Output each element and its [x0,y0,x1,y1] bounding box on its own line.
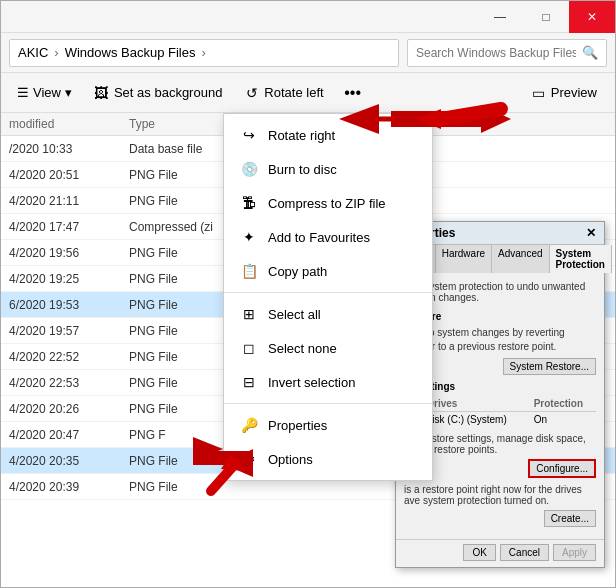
title-bar: — □ ✕ [1,1,615,33]
menu-label-rotate-right: Rotate right [268,128,335,143]
view-button[interactable]: ☰ View ▾ [9,81,80,104]
menu-item-select-all[interactable]: ⊞ Select all [224,297,432,331]
ok-button[interactable]: OK [463,544,495,561]
menu-item-compress[interactable]: 🗜 Compress to ZIP file [224,186,432,220]
rotate-left-icon: ↺ [246,85,258,101]
tab-hardware[interactable]: Hardware [436,245,492,273]
menu-label-copy-path: Copy path [268,264,327,279]
view-label: View [33,85,61,100]
search-input[interactable] [416,46,576,60]
context-menu: ↪ Rotate right 💿 Burn to disc 🗜 Compress… [223,113,433,481]
configure-button[interactable]: Configure... [528,459,596,478]
set-background-button[interactable]: 🖼 Set as background [84,78,232,108]
preview-icon: ▭ [532,85,545,101]
menu-divider-1 [224,292,432,293]
search-icon: 🔍 [582,45,598,60]
header-modified: modified [9,117,129,131]
breadcrumb[interactable]: AKIC › Windows Backup Files › [9,39,399,67]
menu-item-select-none[interactable]: ◻ Select none [224,331,432,365]
preview-button[interactable]: ▭ Preview [522,78,607,108]
burn-icon: 💿 [240,160,258,178]
menu-item-properties[interactable]: 🔑 Properties [224,408,432,442]
menu-label-favourites: Add to Favourites [268,230,370,245]
favourites-icon: ✦ [240,228,258,246]
minimize-button[interactable]: — [477,1,523,33]
view-icon: ☰ [17,85,29,100]
menu-label-options: Options [268,452,313,467]
breadcrumb-separator-1: › [54,45,58,60]
create-description: is a restore point right now for the dri… [404,484,596,506]
invert-icon: ⊟ [240,373,258,391]
breadcrumb-separator-2: › [201,45,205,60]
set-background-label: Set as background [114,85,222,100]
select-all-icon: ⊞ [240,305,258,323]
view-chevron-icon: ▾ [65,85,72,100]
toolbar: ☰ View ▾ 🖼 Set as background ↺ Rotate le… [1,73,615,113]
system-restore-button[interactable]: System Restore... [503,358,596,375]
rotate-left-label: Rotate left [264,85,323,100]
menu-label-properties: Properties [268,418,327,433]
dialog-buttons: OK Cancel Apply [396,539,604,567]
main-window: — □ ✕ AKIC › Windows Backup Files › 🔍 ☰ … [0,0,616,588]
dialog-close-icon[interactable]: ✕ [586,226,596,240]
window-controls: — □ ✕ [477,1,615,32]
copy-path-icon: 📋 [240,262,258,280]
address-bar: AKIC › Windows Backup Files › 🔍 [1,33,615,73]
menu-label-compress: Compress to ZIP file [268,196,386,211]
menu-label-burn: Burn to disc [268,162,337,177]
preview-label: Preview [551,85,597,100]
close-button[interactable]: ✕ [569,1,615,33]
menu-item-favourites[interactable]: ✦ Add to Favourites [224,220,432,254]
options-icon: ⚙ [240,450,258,468]
compress-icon: 🗜 [240,194,258,212]
menu-label-invert: Invert selection [268,375,355,390]
rotate-left-button[interactable]: ↺ Rotate left [236,78,333,108]
menu-item-rotate-right[interactable]: ↪ Rotate right [224,118,432,152]
menu-item-burn[interactable]: 💿 Burn to disc [224,152,432,186]
drive-protection: On [534,412,596,428]
more-button[interactable]: ••• [338,78,368,108]
select-none-icon: ◻ [240,339,258,357]
set-background-icon: 🖼 [94,85,108,101]
menu-item-options[interactable]: ⚙ Options [224,442,432,476]
apply-button[interactable]: Apply [553,544,596,561]
cancel-button[interactable]: Cancel [500,544,549,561]
more-icon: ••• [344,84,361,102]
menu-item-copy-path[interactable]: 📋 Copy path [224,254,432,288]
breadcrumb-part-1: AKIC [18,45,48,60]
properties-icon: 🔑 [240,416,258,434]
search-box[interactable]: 🔍 [407,39,607,67]
menu-label-select-all: Select all [268,307,321,322]
menu-label-select-none: Select none [268,341,337,356]
menu-item-invert[interactable]: ⊟ Invert selection [224,365,432,399]
rotate-right-icon: ↪ [240,126,258,144]
menu-divider-2 [224,403,432,404]
create-button[interactable]: Create... [544,510,596,527]
tab-system-protection[interactable]: System Protection [550,245,612,273]
breadcrumb-part-2: Windows Backup Files [65,45,196,60]
tab-remote[interactable]: Remote [612,245,616,273]
tab-advanced[interactable]: Advanced [492,245,549,273]
maximize-button[interactable]: □ [523,1,569,33]
protection-header: Protection [534,396,596,412]
